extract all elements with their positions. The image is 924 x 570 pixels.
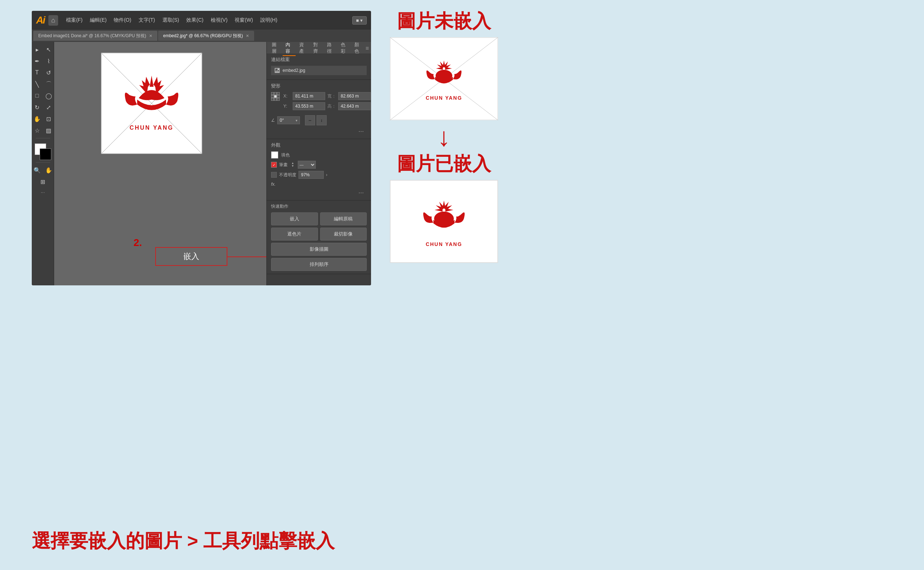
tab-embed2[interactable]: embed2.jpg* @ 66.67% (RGB/GPU 預視) ✕ [158,31,254,41]
right-instruction-area: 圖片未嵌入 [383,11,505,267]
hand-tool[interactable]: ✋ [43,165,54,176]
artboard: CHUN YANG [101,53,202,154]
home-button[interactable]: ⌂ [48,15,58,26]
chun-yang-logo-svg-artboard [119,69,184,127]
color-swatches[interactable] [35,143,51,160]
flip-h-btn[interactable]: ↔ [305,115,315,125]
opacity-input[interactable] [298,171,324,179]
angle-row: ∠ ▾ ↔ ↕ [271,115,367,125]
misc-tools-row: 🔍 ✋ [32,165,54,176]
angle-input-wrap[interactable]: ▾ [277,116,300,124]
gc6 [277,95,280,98]
stroke-row: ✓ 筆畫 ▲ ▼ — [271,161,367,169]
curvature-tool[interactable]: ⌇ [43,56,54,66]
select-tools-row: ▸ ↖ [32,44,54,55]
left-toolbar: ▸ ↖ ✒ ⌇ T ↺ ╲ ⌒ □ ◯ ↻ ⤢ [32,42,54,285]
angle-dropdown-icon[interactable]: ▾ [296,118,298,123]
fill-row: 填色 [271,151,367,159]
y-input[interactable] [293,102,325,110]
fill-color-box[interactable] [271,151,278,159]
menu-edit[interactable]: 編輯(E) [87,15,110,25]
mask-btn[interactable]: 遮色片 [271,228,318,241]
image-trace-btn[interactable]: 影像描圖 [271,243,367,256]
appearance-more-btn[interactable]: ··· [271,188,367,197]
pen-tool[interactable]: ✒ [32,56,43,66]
menu-select[interactable]: 選取(S) [160,15,182,25]
transform-grid-icon[interactable] [271,92,280,101]
direct-select-tool[interactable]: ↖ [43,44,54,55]
right-panel: 圖層 內容 資產 對齊 路徑 色彩 顏色 ≡ 連結檔案 [266,42,371,285]
symbol-tool[interactable]: ☆ [32,125,43,136]
embed-button-canvas[interactable]: 嵌入 [155,247,228,266]
x-input[interactable] [293,92,325,100]
embed-quick-action-btn[interactable]: 嵌入 [271,212,318,225]
height-input[interactable] [338,102,371,110]
pen-tools-row: ✒ ⌇ [32,56,54,66]
tab-bar: Embed image01 Done.ai* @ 16.67% (CMYK/GP… [32,30,371,42]
stroke-down-arrow: ▼ [291,165,294,168]
ellipse-tool[interactable]: ◯ [43,90,54,101]
warp-tool[interactable]: ✋ [32,113,43,124]
menu-text[interactable]: 文字(T) [136,15,158,25]
stroke-checkbox[interactable]: ✓ [271,162,277,168]
opacity-arrow[interactable]: › [326,172,327,177]
not-embedded-brand: CHUN YANG [426,95,462,101]
touch-type-tool[interactable]: ↺ [43,67,54,78]
panel-collapse-btn[interactable]: ≡ [366,45,369,52]
menu-effect[interactable]: 效果(C) [183,15,206,25]
menu-bar: Ai ⌂ 檔案(F) 編輯(E) 物件(O) 文字(T) 選取(S) 效果(C)… [32,11,371,30]
tab-close-active-icon[interactable]: ✕ [246,34,249,38]
transform-more-btn[interactable]: ··· [271,127,367,136]
width-label: 寬： [327,93,336,99]
menu-help[interactable]: 說明(H) [257,15,280,25]
menu-window[interactable]: 視窗(W) [232,15,256,25]
flip-v-btn[interactable]: ↕ [316,115,327,125]
angle-input[interactable] [280,118,294,123]
artboard-tool[interactable]: ⊞ [38,176,48,187]
selection-tool[interactable]: ▸ [32,44,43,55]
embed-arrow-line [228,256,266,257]
width-input[interactable] [338,92,371,100]
quick-actions-section: 快速動作 嵌入 編輯原稿 遮色片 裁切影像 影像描圖 排列順序 [267,201,371,274]
zoom-tool[interactable]: 🔍 [32,165,43,176]
column-graph-tool[interactable]: ▨ [43,125,54,136]
svg-point-13 [278,69,279,70]
free-transform-tool[interactable]: ⊡ [43,113,54,124]
more-tools-btn[interactable]: ··· [41,189,45,195]
quick-actions-grid: 嵌入 編輯原稿 遮色片 裁切影像 影像描圖 排列順序 [271,212,367,271]
step2-label: 2. [134,237,142,248]
stroke-dropdown[interactable]: — [298,162,315,167]
linked-file-icon [274,67,281,74]
linked-files-section: 連結檔案 embed2.jpg [267,54,371,80]
toolbar-separator2 [36,162,50,162]
bottom-instruction-text: 選擇要嵌入的圖片 > 工具列點擊嵌入 [32,530,910,552]
arrange-order-btn[interactable]: 排列順序 [271,258,367,271]
scale-tool[interactable]: ⤢ [43,102,54,113]
symbol-tools-row: ☆ ▨ [32,125,54,136]
tab-close-icon[interactable]: ✕ [149,34,152,38]
arc-tool[interactable]: ⌒ [43,79,54,90]
stroke-swatch[interactable] [40,149,51,160]
stroke-color-select[interactable]: — [298,161,316,169]
embedded-logo: CHUN YANG [420,196,467,247]
menu-file[interactable]: 檔案(F) [63,15,86,25]
fx-label[interactable]: fx. [271,180,367,188]
height-label: 高： [327,103,336,109]
canvas-area[interactable]: 1. [54,42,266,285]
workspace-button[interactable]: ■ ▾ [352,16,367,25]
crop-image-btn[interactable]: 裁切影像 [320,228,367,241]
linked-file-row[interactable]: embed2.jpg [271,66,367,75]
transform-title: 變形 [271,83,367,89]
tab-embed-done[interactable]: Embed image01 Done.ai* @ 16.67% (CMYK/GP… [33,31,157,41]
rotate-tool[interactable]: ↻ [32,102,43,113]
line-tool[interactable]: ╲ [32,79,43,90]
menu-view[interactable]: 檢視(V) [208,15,231,25]
menu-object[interactable]: 物件(O) [111,15,134,25]
transform-grid-area: X: 寬： 🔒 Y: 高： [271,92,367,112]
tab-label: Embed image01 Done.ai* @ 16.67% (CMYK/GP… [38,33,146,39]
rectangle-tool[interactable]: □ [32,90,43,101]
angle-symbol: ∠ [271,118,275,123]
embed-status-arrow: ↓ [383,124,505,150]
type-tool[interactable]: T [32,67,43,78]
edit-original-btn[interactable]: 編輯原稿 [320,212,367,225]
